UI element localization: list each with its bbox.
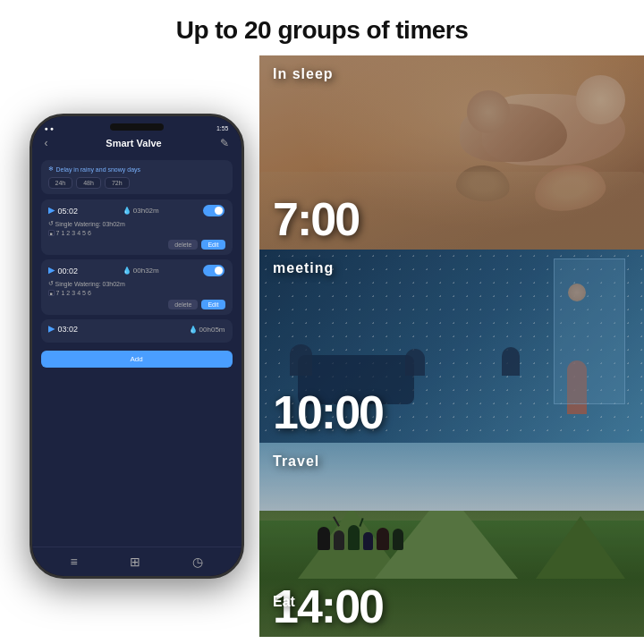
travel-label: Travel — [273, 453, 319, 470]
single-watering-2: ↺ Single Watering: 03h02m — [48, 280, 225, 287]
bottom-nav: ≡ ⊞ ◷ — [32, 547, 242, 576]
toggle-1[interactable] — [203, 205, 225, 216]
delay-72h[interactable]: 72h — [105, 177, 130, 189]
bottom-nav-list[interactable]: ≡ — [70, 555, 77, 569]
eat-label: Eat — [273, 594, 295, 610]
phone-frame: ● ● 1:55 ‹ Smart Valve ✎ ❄ — [30, 114, 244, 579]
timer-time-2: 00:02 — [48, 267, 79, 275]
edit-button-2[interactable]: Edit — [201, 300, 225, 309]
delay-48h[interactable]: 48h — [76, 177, 101, 189]
day-1b: 1 — [61, 290, 64, 296]
timer-card-2: 00:02 💧 00h32m ↺ Single Watering: 03h02m — [41, 259, 233, 315]
scene-meeting: meeting 10:00 — [259, 250, 644, 444]
page-title: Up to 20 groups of timers — [0, 0, 644, 55]
delay-options: 24h 48h 72h — [48, 177, 225, 189]
days-row-1: ■ 7 1 2 3 4 5 6 — [48, 230, 225, 236]
screen-content: ❄ Delay in rainy and snowy days 24h 48h … — [32, 155, 242, 547]
rain-delay-label: ❄ Delay in rainy and snowy days — [48, 165, 225, 173]
phone-screen: ● ● 1:55 ‹ Smart Valve ✎ ❄ — [32, 116, 242, 576]
day-6b: 6 — [88, 290, 91, 296]
day-3: 3 — [72, 230, 75, 236]
day-square-1: ■ — [48, 230, 55, 236]
toggle-2[interactable] — [203, 265, 225, 276]
day-2: 2 — [66, 230, 70, 236]
sleep-label: In sleep — [273, 66, 334, 82]
delete-button-1[interactable]: delete — [168, 240, 198, 250]
play-icon-2[interactable] — [48, 267, 55, 275]
day-7b: 7 — [56, 290, 60, 296]
timer-time-3: 03:02 — [48, 325, 79, 334]
scenes-panel: In sleep 7:00 meeting 10:00 — [259, 55, 644, 637]
day-3b: 3 — [72, 290, 75, 296]
meeting-time: 10:00 — [273, 389, 383, 436]
play-icon-3[interactable] — [48, 326, 55, 333]
timer-row-3: 03:02 💧 00h05m — [48, 325, 225, 334]
day-1: 1 — [61, 230, 64, 236]
edit-button-1[interactable]: Edit — [201, 240, 225, 250]
day-6: 6 — [88, 230, 91, 236]
duration-badge-2: 💧 00h32m — [123, 267, 159, 275]
timer-card-3: 03:02 💧 00h05m — [41, 319, 233, 343]
duration-badge-3: 💧 00h05m — [189, 326, 225, 334]
timer-row-2: 00:02 💧 00h32m — [48, 265, 225, 276]
day-square-2: ■ — [48, 290, 55, 296]
timer-row-1: 05:02 💧 03h02m — [48, 205, 225, 216]
single-watering-1: ↺ Single Watering: 03h02m — [48, 220, 225, 227]
day-5: 5 — [82, 230, 86, 236]
scene-sleep: In sleep 7:00 — [259, 55, 644, 250]
day-7: 7 — [56, 230, 60, 236]
phone-mockup: ● ● 1:55 ‹ Smart Valve ✎ ❄ — [0, 55, 259, 637]
edit-button[interactable]: ✎ — [220, 137, 229, 149]
day-2b: 2 — [66, 290, 70, 296]
bottom-nav-clock[interactable]: ◷ — [192, 555, 203, 569]
phone-notch — [110, 123, 164, 131]
timer-card-1: 05:02 💧 03h02m ↺ Single Watering: 03h02m — [41, 199, 233, 255]
days-row-2: ■ 7 1 2 3 4 5 6 — [48, 290, 225, 296]
scene-travel: Travel 14:00 Eat — [259, 443, 644, 637]
meeting-label: meeting — [273, 260, 334, 276]
day-4b: 4 — [77, 290, 80, 296]
delete-button-2[interactable]: delete — [168, 300, 198, 309]
sleep-time: 7:00 — [273, 196, 359, 242]
action-row-2: delete Edit — [48, 300, 225, 309]
main-content: ● ● 1:55 ‹ Smart Valve ✎ ❄ — [0, 55, 644, 637]
bottom-nav-grid[interactable]: ⊞ — [130, 555, 140, 569]
screen-title: Smart Valve — [106, 138, 161, 148]
timer-time-1: 05:02 — [48, 207, 79, 216]
add-button[interactable]: Add — [41, 351, 233, 368]
delay-24h[interactable]: 24h — [48, 177, 73, 189]
nav-bar: ‹ Smart Valve ✎ — [32, 135, 242, 155]
action-row-1: delete Edit — [48, 240, 225, 250]
rain-delay-section: ❄ Delay in rainy and snowy days 24h 48h … — [41, 160, 233, 194]
play-icon-1[interactable] — [48, 208, 55, 215]
day-5b: 5 — [82, 290, 86, 296]
back-button[interactable]: ‹ — [45, 137, 48, 149]
status-time: 1:55 — [216, 125, 229, 131]
status-signal: ● ● — [45, 125, 54, 131]
duration-badge-1: 💧 03h02m — [123, 207, 159, 215]
day-4: 4 — [77, 230, 80, 236]
